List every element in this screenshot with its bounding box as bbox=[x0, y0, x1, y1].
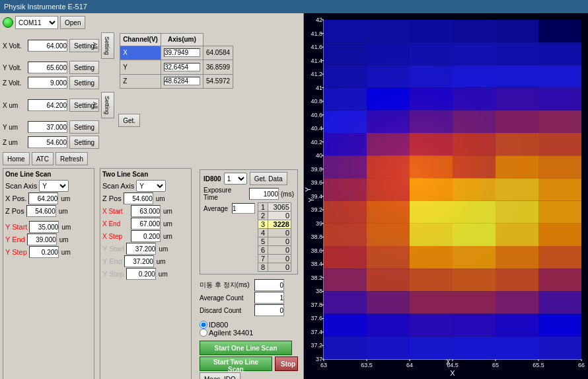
z-axis-input[interactable]: 48.6284 bbox=[164, 77, 200, 85]
y-axis-value: 32.6454 bbox=[161, 60, 203, 74]
volt-setting-all[interactable]: Setting All bbox=[101, 32, 114, 59]
x-volt-input[interactable]: 64.000 bbox=[28, 40, 67, 52]
two-scan-axis-label: Scan Axis bbox=[102, 182, 134, 190]
x-pos-label: X Pos. bbox=[5, 194, 26, 202]
id800-radio-label[interactable]: ID800 bbox=[200, 321, 298, 329]
x-end-input[interactable]: 67.000 bbox=[131, 218, 161, 230]
open-button[interactable]: Open bbox=[60, 16, 85, 29]
id800-radio[interactable] bbox=[200, 321, 207, 329]
y-volt-input[interactable]: 65.600 bbox=[28, 62, 67, 73]
z-um-setting[interactable]: Setting bbox=[69, 136, 99, 149]
two-y-start-label: Y Start bbox=[102, 245, 124, 253]
z-pos-label: Z Pos bbox=[5, 207, 24, 215]
z-volt-input[interactable]: 9.000 bbox=[28, 77, 67, 89]
two-z-pos-label: Z Pos bbox=[102, 194, 122, 202]
one-scan-axis-select[interactable]: YX bbox=[39, 180, 69, 192]
y-end-input[interactable]: 39.000 bbox=[27, 233, 57, 245]
y-um-label: Y um bbox=[3, 124, 26, 131]
y-step-label: Y Step bbox=[5, 248, 27, 256]
z-axis-value: 48.6284 bbox=[161, 74, 203, 88]
y-um-input[interactable]: 37.000 bbox=[28, 121, 67, 133]
id800-title: ID800 bbox=[203, 175, 221, 183]
stop-button[interactable]: Stop bbox=[275, 357, 298, 371]
app-title: Physik Instrumente E-517 bbox=[4, 3, 87, 11]
x-axis-um: 64.0584 bbox=[203, 46, 233, 60]
average-count-label: Average Count bbox=[200, 294, 252, 302]
x-start-input[interactable]: 63.000 bbox=[131, 205, 161, 217]
x-start-label: X Start bbox=[102, 208, 129, 215]
heatmap-canvas bbox=[304, 13, 588, 379]
two-y-start-input[interactable]: 37.200 bbox=[126, 243, 156, 255]
discard-count-input[interactable]: 0 bbox=[254, 304, 284, 316]
two-line-scan-section: Two Line Scan Scan Axis YX Z Pos 54.600 … bbox=[100, 168, 192, 379]
x-axis-value: 39.7949 bbox=[161, 46, 203, 60]
scan-axis-label: Scan Axis bbox=[5, 182, 37, 190]
home-button[interactable]: Home bbox=[3, 152, 30, 165]
channel-header: Channel(V) bbox=[120, 34, 161, 46]
x-pos-input[interactable]: 64.200 bbox=[28, 192, 58, 204]
exposure-input[interactable]: 1000 bbox=[249, 188, 279, 200]
um-setting-all[interactable]: Setting All bbox=[101, 92, 114, 118]
average-input[interactable]: 1 bbox=[232, 203, 255, 214]
x-um-label: X um bbox=[3, 102, 26, 109]
discard-count-label: Discard Count bbox=[200, 307, 252, 314]
z-um-label: Z um bbox=[3, 139, 26, 146]
one-line-scan-section: One Line Scan Scan Axis YX X Pos. 64.200… bbox=[3, 168, 94, 379]
exposure-unit: (ms) bbox=[281, 190, 294, 198]
two-z-pos-input[interactable]: 54.600 bbox=[124, 192, 153, 204]
two-line-scan-title: Two Line Scan bbox=[102, 171, 189, 178]
x-step-label: X Step bbox=[102, 233, 129, 240]
average-count-input[interactable]: 1 bbox=[254, 292, 284, 304]
z-volt-label: Z Volt. bbox=[3, 79, 26, 87]
two-y-step-label: Y Step bbox=[102, 270, 124, 278]
get-data-button[interactable]: Get. Data bbox=[250, 172, 287, 185]
two-y-end-label: Y End bbox=[102, 257, 122, 265]
y-step-input[interactable]: 0.200 bbox=[29, 246, 59, 258]
z-volt-setting[interactable]: Setting bbox=[69, 76, 99, 89]
y-end-label: Y End bbox=[5, 235, 25, 243]
y-axis-label: Y bbox=[308, 198, 315, 202]
channel-table: Channel(V) Axis(um) X 39.7949 64.0584 Y … bbox=[120, 33, 233, 89]
z-axis-um: 54.5972 bbox=[203, 74, 233, 88]
y-volt-setting[interactable]: Setting bbox=[69, 61, 99, 74]
delay-label: 미동 후 정지(ms) bbox=[200, 280, 252, 290]
one-line-scan-title: One Line Scan bbox=[5, 171, 92, 178]
start-two-line-button[interactable]: Start Two Line Scan bbox=[200, 357, 272, 371]
refresh-button[interactable]: Refresh bbox=[55, 152, 88, 165]
get-button[interactable]: Get. bbox=[118, 114, 140, 127]
z-channel-label: Z bbox=[120, 74, 161, 88]
y-um-setting[interactable]: Setting bbox=[69, 120, 99, 134]
start-one-line-button[interactable]: Start One Line Scan bbox=[200, 341, 292, 355]
agilent-radio[interactable] bbox=[200, 329, 207, 337]
com-port-select[interactable]: COM11 bbox=[15, 16, 58, 29]
average-label: Average bbox=[203, 205, 230, 212]
channel-values-table: 1 3065 2 0 3 3228 bbox=[258, 202, 291, 272]
x-axis-label: X bbox=[446, 358, 451, 366]
y-axis-input[interactable]: 32.6454 bbox=[164, 63, 200, 71]
two-scan-axis-select[interactable]: YX bbox=[136, 180, 166, 192]
y-start-input[interactable]: 35.000 bbox=[29, 221, 59, 233]
y-start-label: Y Start bbox=[5, 223, 27, 231]
x-axis-input[interactable]: 39.7949 bbox=[164, 48, 200, 57]
two-y-end-input[interactable]: 37.200 bbox=[124, 255, 154, 267]
two-y-step-input[interactable]: 0.200 bbox=[126, 268, 156, 280]
connection-indicator bbox=[3, 17, 13, 28]
z-um-input[interactable]: 54.600 bbox=[28, 136, 67, 148]
x-step-input[interactable]: 0.200 bbox=[131, 230, 161, 242]
axis-header: Axis(um) bbox=[161, 34, 203, 46]
title-bar: Physik Instrumente E-517 bbox=[0, 0, 588, 13]
x-channel-label: X bbox=[120, 46, 161, 60]
meas-idq-button[interactable]: Meas. IDQ bbox=[200, 372, 240, 379]
x-volt-label: X Volt. bbox=[3, 42, 26, 50]
agilent-radio-label[interactable]: Agilent 34401 bbox=[200, 329, 298, 337]
atc-button[interactable]: ATC bbox=[32, 152, 54, 165]
y-channel-label: Y bbox=[120, 60, 161, 74]
x-um-input[interactable]: 64.200 bbox=[28, 99, 67, 111]
exposure-label: Exposure Time bbox=[203, 187, 247, 201]
y-axis-um: 36.8599 bbox=[203, 60, 233, 74]
delay-input[interactable]: 0 bbox=[254, 279, 284, 291]
y-volt-label: Y Volt. bbox=[3, 64, 26, 71]
id800-time-select[interactable]: 1 bbox=[224, 173, 247, 185]
z-pos-input[interactable]: 54.600 bbox=[26, 205, 56, 217]
id800-panel: ID800 1 Get. Data Exposure Time 1000 (ms… bbox=[200, 169, 298, 274]
